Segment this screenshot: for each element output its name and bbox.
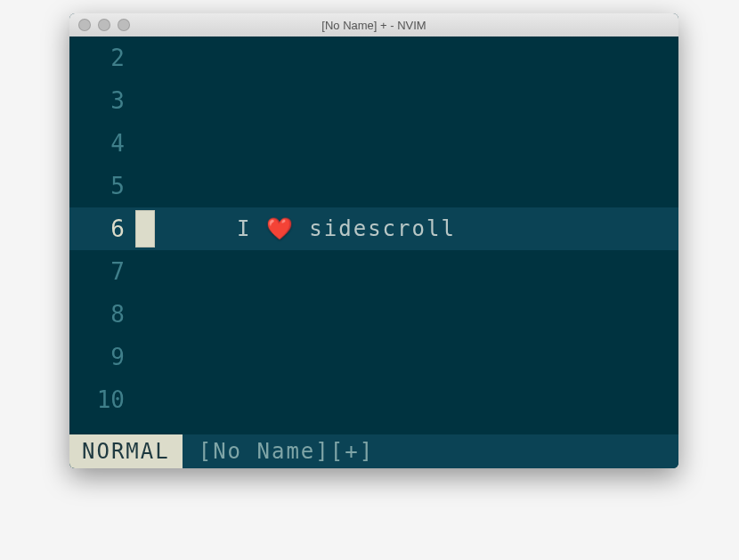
line-number: 9 (69, 345, 134, 369)
status-bar: NORMAL [No Name][+] (69, 434, 678, 468)
zoom-button[interactable] (118, 19, 130, 31)
editor-row-current[interactable]: 6 I ❤️ sidescroll (69, 207, 678, 250)
text-segment: sidescroll (295, 218, 456, 239)
cursor-slot (135, 82, 155, 119)
cursor-slot (135, 381, 155, 418)
editor-area[interactable]: 2 3 4 5 6 I (69, 37, 678, 468)
line-number: 4 (69, 132, 134, 155)
editor-row[interactable]: 4 (69, 122, 678, 165)
window-titlebar: [No Name] + - NVIM (69, 13, 678, 37)
cursor-slot (135, 253, 155, 290)
editor-row[interactable]: 9 (69, 336, 678, 378)
editor-row[interactable]: 5 (69, 165, 678, 207)
heart-icon: ❤️ (266, 218, 295, 239)
cursor-slot (135, 125, 155, 162)
file-info: [No Name][+] (183, 434, 374, 468)
editor-row[interactable]: 8 (69, 293, 678, 336)
traffic-lights (78, 19, 130, 31)
editor-row[interactable]: 7 (69, 250, 678, 293)
line-number: 5 (69, 174, 134, 198)
cursor-slot (135, 296, 155, 333)
editor-row[interactable]: 3 (69, 79, 678, 122)
window-title: [No Name] + - NVIM (69, 19, 678, 32)
terminal-window: [No Name] + - NVIM 2 3 4 5 (69, 13, 678, 468)
line-number: 2 (69, 46, 134, 69)
cursor-slot (135, 39, 155, 77)
cursor-slot (135, 338, 155, 376)
line-number: 7 (69, 260, 134, 283)
editor-lines[interactable]: 2 3 4 5 6 I (69, 37, 678, 434)
line-number: 6 (69, 217, 134, 240)
cursor-block (135, 210, 155, 248)
editor-row[interactable]: 2 (69, 37, 678, 79)
editor-row[interactable]: 10 (69, 378, 678, 421)
close-button[interactable] (78, 19, 91, 31)
minimize-button[interactable] (98, 19, 110, 31)
text-segment: I (237, 218, 266, 239)
cursor-slot (135, 167, 155, 205)
line-content[interactable]: I ❤️ sidescroll (155, 218, 678, 239)
line-number: 3 (69, 89, 134, 112)
line-number: 8 (69, 303, 134, 326)
vim-mode-indicator: NORMAL (69, 434, 183, 468)
line-number: 10 (69, 388, 134, 411)
